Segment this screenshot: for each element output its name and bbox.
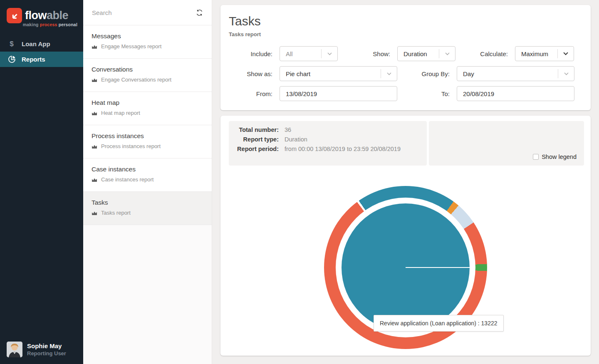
include-dropdown[interactable]: All bbox=[280, 46, 338, 61]
pie-divider-line bbox=[406, 267, 470, 268]
chevron-down-icon bbox=[322, 52, 337, 55]
refresh-icon[interactable] bbox=[196, 9, 203, 16]
report-item-conversations[interactable]: Conversations Engage Conversations repor… bbox=[83, 59, 212, 92]
app-nav: $ Loan App Reports bbox=[0, 36, 83, 67]
to-date-input[interactable] bbox=[463, 87, 574, 101]
report-result-card: Total number: 36 Report type: Duration R… bbox=[220, 116, 591, 356]
report-filters: Include: All Show: Duration Calculate: M… bbox=[229, 46, 582, 101]
report-header-card: Tasks Tasks report Include: All Show: Du… bbox=[220, 5, 591, 110]
sidebar-item-reports[interactable]: Reports bbox=[0, 52, 83, 67]
page-title: Tasks bbox=[229, 15, 582, 27]
area-chart-icon bbox=[92, 44, 97, 49]
sidebar-item-label: Reports bbox=[22, 56, 45, 63]
report-item-tasks[interactable]: Tasks Tasks report bbox=[83, 192, 212, 225]
area-chart-icon bbox=[92, 144, 97, 149]
show-label: Show: bbox=[338, 50, 397, 57]
to-label: To: bbox=[397, 90, 457, 97]
report-item-process-instances[interactable]: Process instances Process instances repo… bbox=[83, 125, 212, 158]
to-date-field bbox=[457, 86, 574, 101]
report-period-value: from 00:00 13/08/2019 to 23:59 20/08/201… bbox=[285, 146, 401, 152]
report-type-label: Report type: bbox=[235, 136, 279, 143]
brand-wordmark: flowable bbox=[25, 8, 68, 23]
brand-logo: flowable making process personal bbox=[0, 0, 83, 27]
show-legend-label: Show legend bbox=[542, 154, 577, 160]
pie-chart-icon bbox=[7, 55, 16, 63]
area-chart-icon bbox=[92, 210, 97, 215]
group-by-dropdown[interactable]: Day bbox=[457, 66, 574, 81]
show-as-dropdown[interactable]: Pie chart bbox=[280, 66, 397, 81]
group-by-label: Group By: bbox=[397, 70, 457, 77]
area-chart-icon bbox=[92, 77, 97, 82]
show-legend-toggle[interactable]: Show legend bbox=[533, 154, 577, 160]
from-date-input[interactable] bbox=[286, 87, 397, 101]
chevron-down-icon bbox=[381, 72, 397, 75]
reports-list-panel: Messages Engage Messages report Conversa… bbox=[83, 0, 212, 364]
chevron-down-icon bbox=[439, 52, 455, 55]
tooltip-text: Review application (Loan application) : … bbox=[380, 320, 498, 327]
report-item-case-instances[interactable]: Case instances Case instances report bbox=[83, 158, 212, 192]
from-label: From: bbox=[229, 90, 280, 97]
total-number-value: 36 bbox=[285, 126, 291, 133]
show-legend-checkbox[interactable] bbox=[533, 154, 539, 160]
user-name: Sophie May bbox=[27, 342, 66, 349]
app-sidebar: flowable making process personal $ Loan … bbox=[0, 0, 83, 364]
sidebar-item-loan-app[interactable]: $ Loan App bbox=[0, 36, 83, 52]
show-dropdown[interactable]: Duration bbox=[397, 46, 455, 61]
report-type-value: Duration bbox=[285, 136, 307, 143]
show-as-label: Show as: bbox=[229, 70, 280, 77]
chart-tooltip: Review application (Loan application) : … bbox=[374, 315, 504, 332]
user-role: Reporting User bbox=[27, 350, 66, 357]
user-profile[interactable]: Sophie May Reporting User bbox=[0, 336, 83, 364]
calculate-dropdown[interactable]: Maximum bbox=[515, 46, 574, 61]
page-subtitle: Tasks report bbox=[229, 31, 582, 37]
search-bar bbox=[83, 0, 212, 25]
area-chart-icon bbox=[92, 111, 97, 116]
dollar-icon: $ bbox=[7, 40, 16, 48]
report-item-heat-map[interactable]: Heat map Heat map report bbox=[83, 92, 212, 125]
from-date-field bbox=[280, 86, 397, 101]
flowable-logo-icon bbox=[7, 8, 22, 23]
include-label: Include: bbox=[229, 50, 280, 57]
report-period-label: Report period: bbox=[235, 146, 279, 152]
search-input[interactable] bbox=[92, 9, 196, 16]
calculate-label: Calculate: bbox=[455, 50, 515, 57]
legend-panel: Show legend bbox=[429, 121, 584, 166]
avatar bbox=[7, 342, 22, 357]
report-summary: Total number: 36 Report type: Duration R… bbox=[229, 121, 427, 166]
chevron-down-icon bbox=[558, 72, 574, 75]
total-number-label: Total number: bbox=[235, 126, 279, 133]
sidebar-item-label: Loan App bbox=[22, 40, 50, 47]
chevron-down-icon bbox=[558, 52, 574, 55]
area-chart-icon bbox=[92, 177, 97, 182]
inner-pie[interactable] bbox=[342, 203, 470, 332]
report-item-messages[interactable]: Messages Engage Messages report bbox=[83, 25, 212, 59]
main-content: Tasks Tasks report Include: All Show: Du… bbox=[212, 0, 599, 364]
